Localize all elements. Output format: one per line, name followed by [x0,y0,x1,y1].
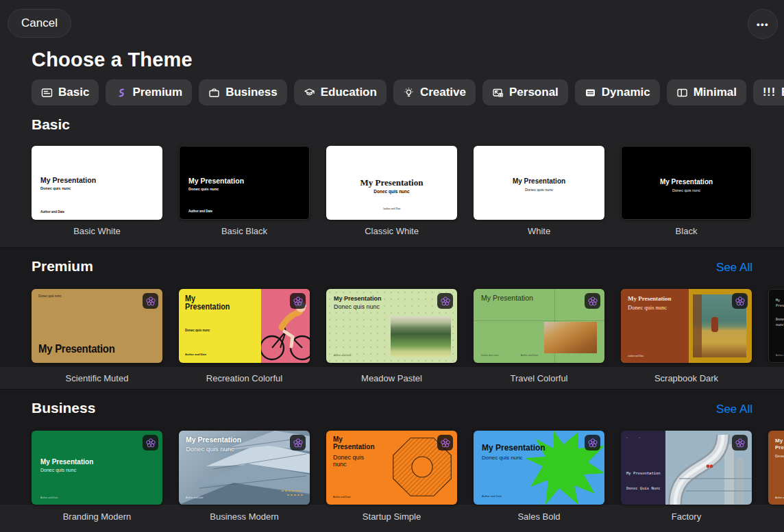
theme-name: Recreation Colorful [179,373,310,383]
premium-badge [437,293,453,309]
filled-slide-icon [585,87,596,99]
basic-section-header: Basic [32,116,752,133]
premium-see-all-link[interactable]: See All [716,261,752,275]
section-title-basic: Basic [32,116,70,133]
premium-badge [143,435,158,451]
split-pane-icon [676,87,688,99]
theme-card-travel-colorful[interactable]: My Presentation Donec quis nunc Author a… [474,289,604,363]
theme-card-classic-white[interactable]: My Presentation Donec quis nunc Author a… [326,146,457,220]
theme-card-basic-white[interactable]: My Presentation Donec quis nunc Author a… [32,146,162,220]
premium-section-band: Premium See All Donec quis nunc My Prese… [0,247,784,367]
theme-name: Meadow Pastel [326,373,457,383]
business-section-band: Business See All My Presentation Donec q… [0,389,784,505]
premium-badge [585,293,600,309]
premium-squiggle-icon [115,87,127,99]
theme-name: Sales Bold [474,511,604,522]
basic-theme-labels: Basic White Basic Black Classic White Wh… [0,226,784,236]
page-title: Choose a Theme [0,0,784,71]
lightbulb-icon [403,87,415,99]
filter-chip-bold[interactable]: !!! Bold [753,79,784,105]
premium-theme-row: Donec quis nunc My Presentation My Prese… [0,289,784,363]
basic-theme-row: My Presentation Donec quis nunc Author a… [0,146,784,220]
filter-chip-personal[interactable]: Personal [482,79,568,105]
theme-name: White [474,226,604,236]
premium-badge [585,435,600,451]
more-options-button[interactable]: ••• [748,9,778,39]
theme-card-partial[interactable]: My Presentation Donec quis nunc Author a… [768,431,784,505]
theme-card-recreation-colorful[interactable]: My Presentation Donec quis nunc Author a… [179,289,310,363]
theme-name: Black [621,226,752,236]
theme-card-basic-black[interactable]: My Presentation Donec quis nunc Author a… [179,146,310,220]
premium-badge [290,293,306,309]
theme-card-startup-simple[interactable]: My Presentation Donec quis nunc Author a… [326,431,457,505]
interior-photo-column [693,294,702,358]
theme-name: Scrapbook Dark [621,373,752,383]
photo-camera-icon [492,87,504,99]
theme-name: Business Modern [179,511,310,522]
dune-photo [544,322,596,353]
filter-chip-education[interactable]: Education [294,79,387,105]
theme-card-partial[interactable]: My Presentation Donec quis nunc Author a… [768,289,784,363]
theme-card-branding-modern[interactable]: My Presentation Donec quis nunc Author a… [32,431,162,505]
theme-card-sales-bold[interactable]: My Presentation Donec quis nunc Author a… [474,431,604,505]
premium-badge [290,435,306,451]
triple-exclamation-icon: !!! [763,86,776,99]
premium-badge [732,293,748,309]
theme-category-filter-bar: Basic Premium Business Education Creativ… [32,79,784,105]
theme-name: Scientific Muted [32,373,162,383]
theme-card-scrapbook-dark[interactable]: My Presentation Donec quis nunc Author a… [621,289,752,363]
premium-badge [143,293,158,309]
business-theme-labels: Branding Modern Business Modern Startup … [0,511,784,522]
theme-card-black[interactable]: My Presentation Donec quis nunc [621,146,752,220]
premium-badge [437,435,453,451]
business-section-header: Business See All [32,400,752,416]
slide-icon [41,87,53,99]
filter-chip-dynamic[interactable]: Dynamic [575,79,660,105]
theme-name: Basic White [32,226,162,236]
filter-chip-creative[interactable]: Creative [393,79,476,105]
filter-chip-minimal[interactable]: Minimal [667,79,746,105]
theme-card-white[interactable]: My Presentation Donec quis nunc [474,146,604,220]
filter-chip-premium[interactable]: Premium [106,79,192,105]
theme-name: Startup Simple [326,511,457,522]
filter-chip-basic[interactable]: Basic [32,79,99,105]
theme-card-factory[interactable]: — — My Presentation Donec Quis Nunc [621,431,752,505]
cancel-button[interactable]: Cancel [8,9,71,38]
business-theme-row: My Presentation Donec quis nunc Author a… [0,431,784,505]
premium-badge [732,435,748,451]
premium-theme-labels: Scientific Muted Recreation Colorful Mea… [0,373,784,383]
filter-chip-business[interactable]: Business [199,79,287,105]
graduation-cap-icon [304,87,315,99]
premium-section-header: Premium See All [32,258,752,275]
theme-name: Factory [621,511,752,522]
theme-card-business-modern[interactable]: My Presentation Donec quis nunc Author a… [179,431,310,505]
section-title-business: Business [32,400,95,416]
theme-name: Branding Modern [32,511,162,522]
theme-card-scientific-muted[interactable]: Donec quis nunc My Presentation [32,289,162,363]
business-see-all-link[interactable]: See All [716,403,752,416]
theme-name: Classic White [326,226,457,236]
scrapbook-text-panel: My Presentation Donec quis nunc Author a… [621,289,689,363]
theme-name: Travel Colorful [474,373,604,383]
interior-photo-figure [711,317,718,332]
theme-card-meadow-pastel[interactable]: My Presentation Donec quis nunc Author a… [326,289,457,363]
section-title-premium: Premium [32,258,93,275]
briefcase-icon [208,87,220,99]
theme-name: Basic Black [179,226,310,236]
meadow-photo [391,316,451,357]
